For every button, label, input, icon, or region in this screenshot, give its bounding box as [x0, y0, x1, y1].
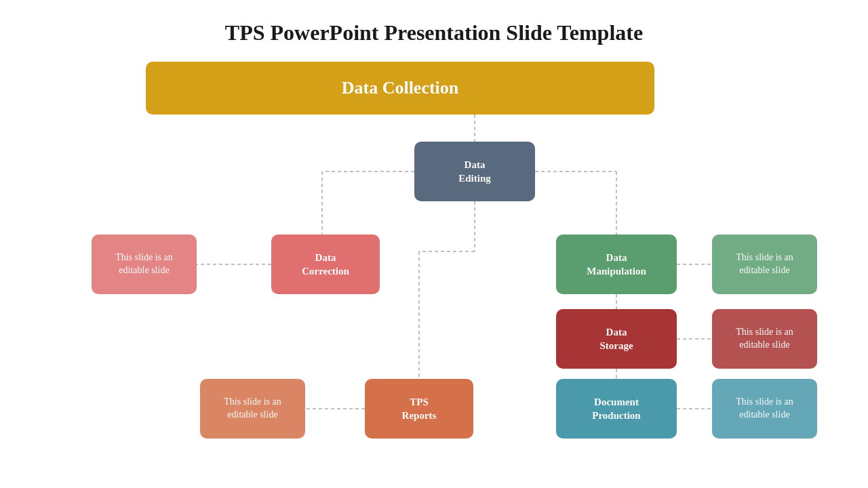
box-data-storage: DataStorage — [556, 309, 677, 369]
box-tps-reports: TPSReports — [365, 379, 473, 439]
box-data-editing: DataEditing — [414, 142, 535, 201]
box-editable-2: This slide is an editable slide — [712, 235, 817, 294]
box-editable-5: This slide is an editable slide — [712, 379, 817, 439]
box-editable-3: This slide is an editable slide — [712, 309, 817, 369]
slide: TPS PowerPoint Presentation Slide Templa… — [0, 0, 868, 488]
box-data-correction: DataCorrection — [271, 235, 380, 294]
box-data-collection: Data Collection — [146, 62, 654, 115]
box-editable-1: This slide is an editable slide — [92, 235, 197, 294]
slide-title: TPS PowerPoint Presentation Slide Templa… — [41, 20, 827, 45]
diagram: Data Collection DataEditing This slide i… — [41, 62, 827, 455]
box-document-production: DocumentProduction — [556, 379, 677, 439]
box-editable-4: This slide is an editable slide — [200, 379, 305, 439]
box-data-manipulation: DataManipulation — [556, 235, 677, 294]
